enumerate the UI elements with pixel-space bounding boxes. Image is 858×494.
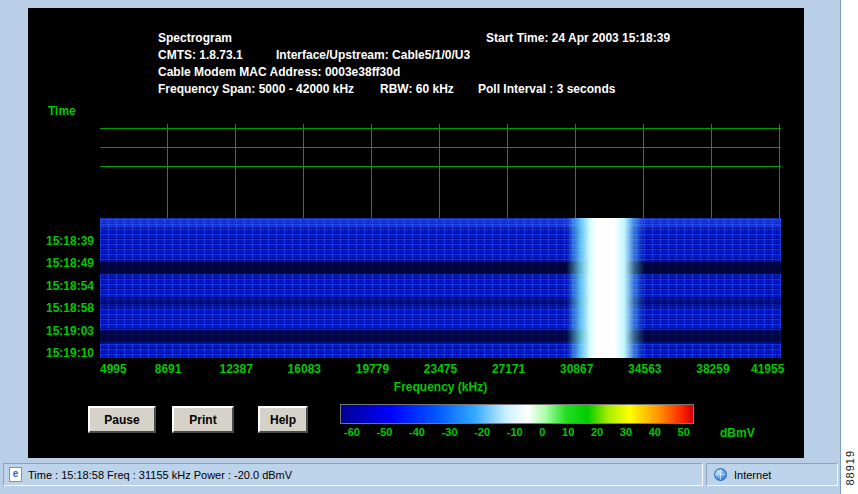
browser-window: Spectrogram Start Time: 24 Apr 2003 15:1… (0, 0, 841, 494)
internet-globe-icon (714, 468, 727, 481)
print-button[interactable]: Print (172, 406, 234, 433)
cmts-text: CMTS: 1.8.73.1 (158, 48, 243, 62)
time-tick-labels: 15:18:3915:18:4915:18:5415:18:5815:19:03… (28, 234, 94, 360)
time-tick: 15:19:10 (28, 346, 94, 360)
spectrogram-waterfall[interactable] (100, 218, 781, 358)
status-text: Time : 15:18:58 Freq : 31155 kHz Power :… (28, 469, 292, 481)
frequency-tick: 12387 (220, 362, 253, 376)
colorbar-tick: 10 (562, 426, 574, 438)
frequency-tick: 30867 (560, 362, 593, 376)
status-bar: Time : 15:18:58 Freq : 31155 kHz Power :… (3, 463, 838, 486)
mac-address-text: Cable Modem MAC Address: 0003e38ff30d (158, 65, 400, 79)
figure-number: 88919 (844, 450, 856, 486)
time-tick: 15:18:58 (28, 301, 94, 315)
page: Spectrogram Start Time: 24 Apr 2003 15:1… (0, 0, 858, 494)
colorbar-tick: -60 (344, 426, 360, 438)
spectrogram-applet: Spectrogram Start Time: 24 Apr 2003 15:1… (28, 8, 804, 458)
applet-title: Spectrogram (158, 31, 232, 45)
interface-upstream-text: Interface/Upstream: Cable5/1/0/U3 (276, 48, 470, 62)
colorbar-tick: -40 (409, 426, 425, 438)
time-tick: 15:19:03 (28, 324, 94, 338)
frequency-tick: 38259 (696, 362, 729, 376)
frequency-tick: 16083 (288, 362, 321, 376)
colorbar-tick: 40 (649, 426, 661, 438)
poll-interval-text: Poll Interval : 3 seconds (478, 82, 615, 96)
help-button[interactable]: Help (258, 406, 308, 433)
power-colorbar (340, 404, 694, 424)
frequency-tick-labels: 4995869112387160831977923475271713086734… (100, 362, 781, 376)
pause-button[interactable]: Pause (88, 406, 156, 433)
colorbar-tick: 30 (620, 426, 632, 438)
time-tick: 15:18:39 (28, 234, 94, 248)
colorbar-tick: 20 (591, 426, 603, 438)
colorbar-unit-label: dBmV (720, 426, 755, 440)
start-time-text: Start Time: 24 Apr 2003 15:18:39 (486, 31, 670, 45)
colorbar-tick: -10 (507, 426, 523, 438)
colorbar-tick: -20 (474, 426, 490, 438)
colorbar-tick: -50 (377, 426, 393, 438)
colorbar-tick: -30 (442, 426, 458, 438)
page-icon (9, 467, 22, 482)
frequency-tick: 34563 (628, 362, 661, 376)
frequency-tick: 8691 (155, 362, 182, 376)
security-zone-panel: Internet (706, 463, 838, 486)
frequency-tick: 23475 (424, 362, 457, 376)
time-tick: 15:18:49 (28, 256, 94, 270)
time-tick: 15:18:54 (28, 279, 94, 293)
colorbar-tick: 0 (539, 426, 545, 438)
zone-label: Internet (734, 469, 771, 481)
frequency-span-text: Frequency Span: 5000 - 42000 kHz (158, 82, 354, 96)
frequency-tick: 19779 (356, 362, 389, 376)
frequency-tick: 41955 (751, 362, 784, 376)
colorbar-tick: 50 (678, 426, 690, 438)
rbw-text: RBW: 60 kHz (380, 82, 454, 96)
status-panel: Time : 15:18:58 Freq : 31155 kHz Power :… (3, 463, 703, 486)
time-axis-label: Time (48, 104, 76, 118)
colorbar-tick-labels: -60-50-40-30-20-1001020304050 (340, 426, 694, 438)
frequency-axis-label: Frequency (kHz) (100, 380, 781, 394)
frequency-tick: 27171 (492, 362, 525, 376)
spectrum-grid (100, 124, 781, 218)
frequency-tick: 4995 (100, 362, 127, 376)
